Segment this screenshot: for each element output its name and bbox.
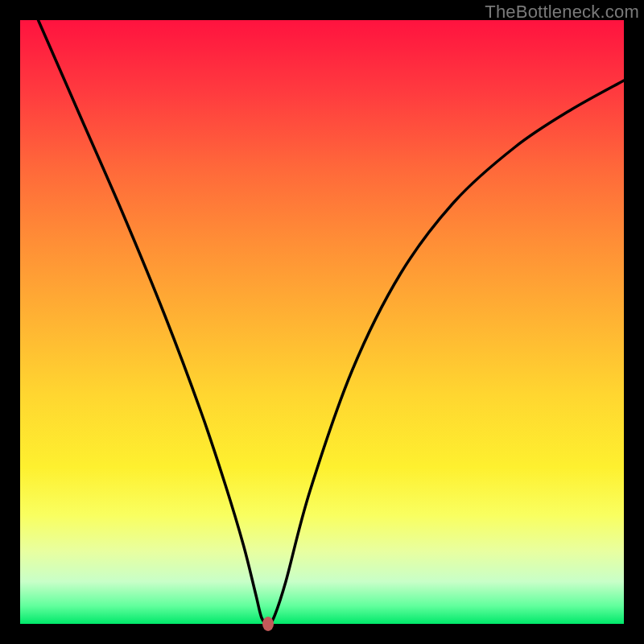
- bottleneck-curve: [39, 20, 625, 624]
- plot-area: [20, 20, 624, 624]
- min-marker: [262, 617, 274, 631]
- chart-frame: TheBottleneck.com: [0, 0, 644, 644]
- curve-svg: [20, 20, 624, 624]
